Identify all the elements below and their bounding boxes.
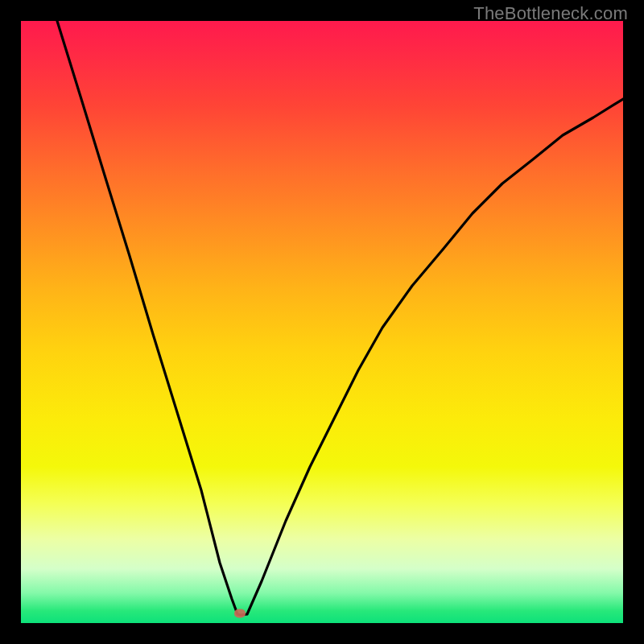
watermark-text: TheBottleneck.com: [473, 3, 628, 24]
bottleneck-curve: [57, 21, 623, 615]
chart-plot-area: [21, 21, 623, 623]
minimum-marker: [234, 609, 246, 618]
curve-svg: [21, 21, 623, 623]
